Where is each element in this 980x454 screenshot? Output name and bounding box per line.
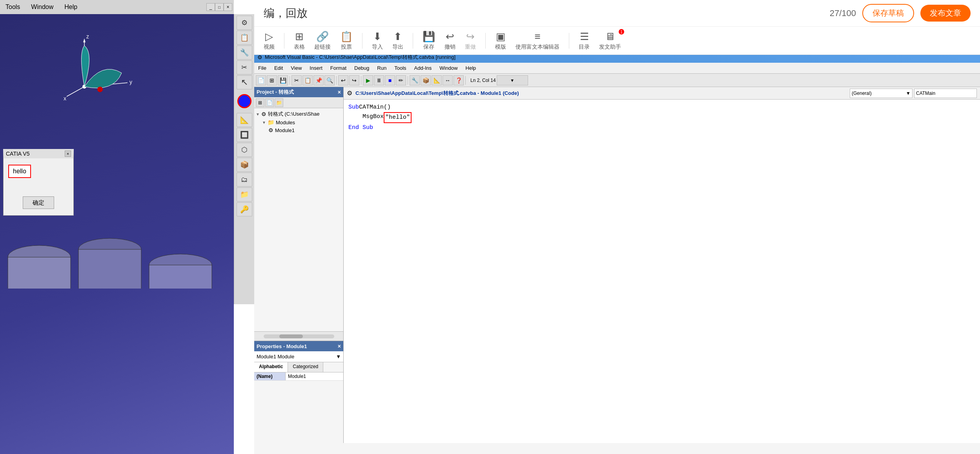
project-tree: ▼ ⚙ 转格式 (C:\Users\Shae ▼ 📁 Modules ⚙ Mod… [254, 108, 343, 331]
catia-right-toolbar: ⚙ 📋 🔧 ✂ ↖ 📐 🔲 ⬡ 📦 🗂 📁 🔑 [234, 14, 254, 304]
blog-topbar: 编，回放 27/100 保存草稿 发布文章 [254, 0, 980, 27]
project-btn-view-code[interactable]: 📄 [265, 98, 274, 107]
vba-btn-new[interactable]: 📄 [256, 75, 266, 85]
catia-close-btn[interactable]: × [224, 3, 232, 11]
code-dropdown-catmain[interactable]: CATMain [914, 89, 977, 98]
vba-btn-find[interactable]: 🔍 [324, 75, 335, 85]
expand-icon-modules[interactable]: ▼ [262, 120, 266, 125]
toolbar-import[interactable]: ⬇ 导入 [372, 31, 383, 51]
vba-menu-debug[interactable]: Debug [350, 64, 373, 73]
svg-text:z: z [86, 33, 89, 40]
toolbar-save-label: 保存 [423, 44, 434, 51]
properties-panel-close[interactable]: × [338, 343, 341, 349]
vba-menu-view[interactable]: View [287, 64, 306, 73]
blog-count: 27/100 [830, 8, 856, 18]
import-icon: ⬇ [373, 31, 382, 43]
code-msgbox-text: MsgBox [348, 112, 384, 122]
vba-menu-addins[interactable]: Add-Ins [410, 64, 436, 73]
vba-menu-insert[interactable]: Insert [306, 64, 326, 73]
catia-tool-4[interactable]: 📐 [237, 113, 252, 127]
vba-menu-tools[interactable]: Tools [390, 64, 410, 73]
toolbar-template[interactable]: ▣ 模版 [495, 31, 506, 51]
catia-tool-8[interactable]: 🗂 [237, 173, 252, 187]
toolbar-save[interactable]: 💾 保存 [423, 31, 435, 51]
vba-btn-grid[interactable]: ⊞ [267, 75, 277, 85]
toolbar-vote[interactable]: 📋 投票 [340, 31, 353, 51]
vba-btn-1[interactable]: 🔧 [410, 75, 420, 85]
publish-button[interactable]: 发布文章 [920, 5, 971, 22]
project-panel-close[interactable]: × [338, 89, 341, 95]
project-btn-folder[interactable]: 📁 [275, 98, 283, 107]
toolbar-assistant[interactable]: 🖥 发文助手 [599, 31, 621, 51]
toolbar-toc[interactable]: ☰ 目录 [579, 31, 590, 51]
vba-btn-cut[interactable]: ✂ [291, 75, 302, 85]
catia-menu-tools[interactable]: Tools [0, 1, 26, 13]
catia-dialog-close-btn[interactable]: × [65, 151, 71, 157]
vba-loc-dropdown[interactable]: ▼ [497, 75, 528, 85]
vba-btn-design[interactable]: ✏ [396, 75, 406, 85]
vote-icon: 📋 [340, 31, 353, 43]
table-icon: ⊞ [295, 31, 304, 43]
vba-menu-format[interactable]: Format [326, 64, 350, 73]
tab-categorized[interactable]: Categorized [288, 362, 323, 372]
toolbar-redo[interactable]: ↪ 重做 [465, 31, 476, 51]
toolbar-video-label: 视频 [264, 44, 275, 51]
catia-tool-7[interactable]: 📦 [237, 158, 252, 172]
code-header-title: C:\Users\Shae\AppData\Local\Temp\转格式.cat… [355, 90, 519, 97]
vba-btn-3[interactable]: 📐 [432, 75, 442, 85]
code-line-2: MsgBox "hello" [348, 112, 975, 123]
catia-tool-5[interactable]: 🔲 [237, 128, 252, 142]
properties-dropdown[interactable]: Module1 Module ▼ [254, 351, 343, 362]
vba-btn-copy[interactable]: 📋 [302, 75, 313, 85]
project-module1-node[interactable]: ⚙ Module1 [256, 126, 342, 134]
code-editor-body[interactable]: Sub CATMain() MsgBox "hello" End Sub [344, 100, 980, 443]
catia-tool-circle-active[interactable] [237, 94, 251, 108]
vba-btn-help[interactable]: ❓ [454, 75, 464, 85]
vba-menu-window[interactable]: Window [435, 64, 461, 73]
vba-btn-2[interactable]: 📦 [421, 75, 431, 85]
catia-menu-help[interactable]: Help [59, 1, 83, 13]
code-dropdown-general[interactable]: (General) ▼ [850, 89, 913, 98]
toolbar-template-label: 模版 [495, 44, 506, 51]
vba-btn-redo[interactable]: ↪ [349, 75, 359, 85]
catia-tool-1[interactable]: 📋 [237, 31, 252, 45]
project-btn-view-object[interactable]: ⊞ [256, 98, 264, 107]
vba-menubar: File Edit View Insert Format Debug Run T… [254, 63, 980, 74]
toolbar-table[interactable]: ⊞ 表格 [294, 31, 305, 51]
catia-tool-arrow[interactable]: ↖ [237, 75, 252, 89]
vba-btn-4[interactable]: ↔ [443, 75, 453, 85]
catia-tool-3[interactable]: ✂ [237, 60, 252, 74]
expand-icon-root[interactable]: ▼ [256, 112, 260, 116]
vba-btn-pause[interactable]: ⏸ [374, 75, 384, 85]
vba-btn-stop[interactable]: ■ [385, 75, 395, 85]
catia-dialog-ok-btn[interactable]: 确定 [23, 196, 54, 209]
tab-alphabetic[interactable]: Alphabetic [254, 362, 288, 372]
vba-btn-run[interactable]: ▶ [363, 75, 373, 85]
toolbar-table-label: 表格 [294, 44, 305, 51]
vba-main-area: Project - 转格式 × ⊞ 📄 📁 ▼ ⚙ 转格式 (C:\Users\… [254, 87, 980, 443]
catia-tool-10[interactable]: 🔑 [237, 202, 252, 216]
catia-minimize-btn[interactable]: _ [206, 3, 215, 11]
toolbar-link[interactable]: 🔗 超链接 [314, 31, 331, 51]
toolbar-export[interactable]: ⬆ 导出 [392, 31, 403, 51]
catia-menu-window[interactable]: Window [26, 1, 59, 13]
catia-tool-9[interactable]: 📁 [237, 187, 252, 202]
vba-menu-help[interactable]: Help [462, 64, 480, 73]
catia-tool-settings[interactable]: ⚙ [237, 16, 252, 30]
toolbar-undo[interactable]: ↩ 撤销 [444, 31, 455, 51]
toolbar-undo-label: 撤销 [444, 44, 455, 51]
toc-icon: ☰ [580, 31, 589, 43]
catia-tool-6[interactable]: ⬡ [237, 143, 252, 157]
vba-btn-paste[interactable]: 📌 [313, 75, 324, 85]
vba-menu-file[interactable]: File [254, 64, 270, 73]
project-scrollbar[interactable] [254, 331, 343, 341]
vba-menu-run[interactable]: Run [373, 64, 390, 73]
vba-menu-edit[interactable]: Edit [270, 64, 287, 73]
vba-btn-save[interactable]: 💾 [278, 75, 288, 85]
catia-maximize-btn[interactable]: □ [215, 3, 224, 11]
catia-tool-2[interactable]: 🔧 [237, 45, 252, 60]
toolbar-video[interactable]: ▷ 视频 [264, 31, 275, 51]
toolbar-rich-editor[interactable]: ≡ 使用富文本编辑器 [516, 31, 559, 51]
save-draft-button[interactable]: 保存草稿 [862, 4, 914, 22]
vba-btn-undo[interactable]: ↩ [338, 75, 348, 85]
